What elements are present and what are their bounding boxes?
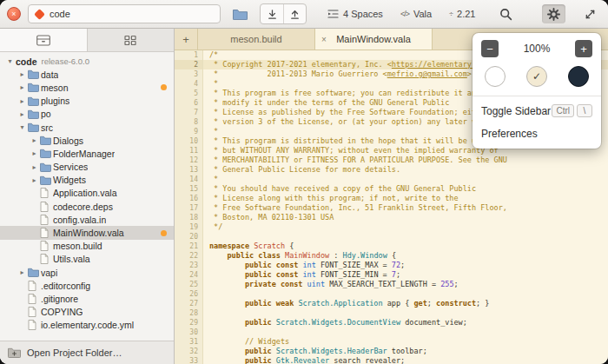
open-project-folder-button[interactable]: Open Project Folder… xyxy=(0,341,174,364)
tree-item-label: data xyxy=(41,69,58,80)
tree-item-project[interactable]: ▾coderelease-6.0.0 xyxy=(0,55,174,68)
style-swatch-dark[interactable] xyxy=(568,66,589,87)
tree-item[interactable]: ▸vapi xyxy=(0,266,174,279)
line-number: 33 xyxy=(175,356,203,364)
project-name: code xyxy=(16,56,37,67)
line-number: 25 xyxy=(175,280,203,289)
code-line[interactable]: 16 * License along with this program; if… xyxy=(175,194,608,203)
tree-item[interactable]: io.elementary.code.yml xyxy=(0,319,174,332)
tree-item[interactable]: Utils.vala xyxy=(0,253,174,266)
arrow-down-button[interactable] xyxy=(261,4,283,23)
check-icon: ✓ xyxy=(532,70,541,83)
code-line[interactable]: 18 * Boston, MA 02110-1301 USA xyxy=(175,213,608,222)
line-number: 29 xyxy=(175,318,203,328)
folder-icon xyxy=(40,162,53,172)
style-swatch-sepia[interactable]: ✓ xyxy=(526,66,547,87)
tree-item[interactable]: ▸data xyxy=(0,68,174,81)
unsaved-badge xyxy=(161,84,167,90)
code-text: public const int FONT_SIZE_MAX = 72; xyxy=(203,261,608,270)
search-button[interactable] xyxy=(494,4,518,23)
tree-item[interactable]: ▸meson xyxy=(0,81,174,94)
code-line[interactable]: 14 * xyxy=(175,175,608,184)
fullscreen-button[interactable] xyxy=(579,4,601,23)
tree-item[interactable]: ▸Widgets xyxy=(0,174,174,187)
close-window-button[interactable]: × xyxy=(7,7,21,21)
tree-item[interactable]: meson.build xyxy=(0,240,174,253)
cursor-position-indicator[interactable]: ÷ 2.21 xyxy=(444,4,480,23)
line-number: 3 xyxy=(175,69,203,79)
code-text: // Widgets xyxy=(203,337,608,347)
line-number: 16 xyxy=(175,194,203,203)
editor-tab[interactable]: meson.build xyxy=(198,29,315,50)
code-line[interactable]: 21namespace Scratch { xyxy=(175,242,608,251)
open-file-button[interactable] xyxy=(228,4,253,23)
code-line[interactable]: 33 public Gtk.Revealer search_revealer; xyxy=(175,356,608,364)
line-number: 5 xyxy=(175,89,203,98)
code-line[interactable]: 17 * Free Software Foundation, Inc., 51 … xyxy=(175,203,608,213)
style-swatch-light[interactable] xyxy=(485,66,506,87)
line-number: 27 xyxy=(175,299,203,308)
code-line[interactable]: 32 public Scratch.Widgets.HeaderBar tool… xyxy=(175,347,608,356)
sidebar-tab-files[interactable] xyxy=(0,29,87,51)
shortcut-keys: Ctrl\ xyxy=(552,104,592,117)
code-line[interactable]: 29 public Scratch.Widgets.DocumentView d… xyxy=(175,318,608,328)
zoom-in-button[interactable]: + xyxy=(575,40,592,57)
code-line[interactable]: 12 * MERCHANTABILITY or FITNESS FOR A PA… xyxy=(175,156,608,165)
code-line[interactable]: 26 xyxy=(175,289,608,299)
tree-item[interactable]: config.vala.in xyxy=(0,213,174,226)
code-line[interactable]: 15 * You should have received a copy of … xyxy=(175,184,608,194)
expander-icon: ▸ xyxy=(17,268,28,276)
tree-item[interactable]: ▸po xyxy=(0,108,174,121)
search-icon xyxy=(499,8,512,21)
code-line[interactable]: 28 xyxy=(175,308,608,318)
code-line[interactable]: 13 * General Public License for more det… xyxy=(175,165,608,175)
code-line[interactable]: 25 private const uint MAX_SEARCH_TEXT_LE… xyxy=(175,280,608,289)
tree-item[interactable]: codecore.deps xyxy=(0,200,174,213)
tree-item[interactable]: COPYING xyxy=(0,306,174,319)
tree-item[interactable]: ▸FolderManager xyxy=(0,147,174,160)
path-bar[interactable]: code xyxy=(28,4,221,23)
code-line[interactable]: 31 // Widgets xyxy=(175,337,608,347)
line-number: 24 xyxy=(175,270,203,280)
code-text: * Boston, MA 02110-1301 USA xyxy=(203,213,608,222)
tree-item-label: po xyxy=(41,109,51,119)
arrow-down-icon xyxy=(267,9,278,20)
tab-width-button[interactable]: 4 Spaces xyxy=(322,4,388,23)
code-line[interactable]: 19 */ xyxy=(175,222,608,232)
folder-icon xyxy=(28,268,41,277)
preferences-label: Preferences xyxy=(481,128,538,140)
headerbar-right-group xyxy=(494,4,601,23)
code-line[interactable]: 23 public const int FONT_SIZE_MAX = 72; xyxy=(175,261,608,270)
new-tab-button[interactable]: + xyxy=(175,29,198,50)
tree-item[interactable]: ▸Dialogs xyxy=(0,134,174,147)
settings-button[interactable] xyxy=(542,4,565,23)
tree-item[interactable]: Application.vala xyxy=(0,187,174,200)
tree-item[interactable]: .gitignore xyxy=(0,292,174,305)
close-tab-icon[interactable]: × xyxy=(321,35,327,44)
file-icon xyxy=(28,294,41,304)
toggle-sidebar-item[interactable]: Toggle Sidebar Ctrl\ xyxy=(473,99,601,122)
editor-tab[interactable]: ×MainWindow.vala xyxy=(315,29,433,50)
arrow-up-button[interactable] xyxy=(283,4,306,23)
code-line[interactable]: 24 public const int FONT_SIZE_MIN = 7; xyxy=(175,270,608,280)
tree-item[interactable]: ▸Services xyxy=(0,161,174,174)
code-text: public Scratch.Widgets.HeaderBar toolbar… xyxy=(203,347,608,356)
code-line[interactable]: 22 public class MainWindow : Hdy.Window … xyxy=(175,251,608,261)
code-line[interactable]: 20 xyxy=(175,232,608,242)
tree-item[interactable]: ▸plugins xyxy=(0,95,174,108)
tree-item[interactable]: MainWindow.vala xyxy=(0,226,174,239)
code-text xyxy=(203,328,608,337)
app-window: × code 4 Spaces </> Vala ÷ 2.21 xyxy=(0,0,608,364)
tree-item[interactable]: ▾src xyxy=(0,121,174,134)
cursor-position-value: 2.21 xyxy=(457,9,475,19)
language-button[interactable]: </> Vala xyxy=(395,4,437,23)
zoom-level: 100% xyxy=(524,43,551,55)
preferences-item[interactable]: Preferences xyxy=(473,122,601,145)
zoom-out-button[interactable]: − xyxy=(481,40,499,57)
expander-icon: ▸ xyxy=(17,70,28,78)
tree-item[interactable]: .editorconfig xyxy=(0,279,174,292)
code-line[interactable]: 30 xyxy=(175,328,608,337)
code-line[interactable]: 27 public weak Scratch.Application app {… xyxy=(175,299,608,308)
open-project-folder-label: Open Project Folder… xyxy=(27,347,122,358)
sidebar-tab-grid[interactable] xyxy=(87,29,175,51)
